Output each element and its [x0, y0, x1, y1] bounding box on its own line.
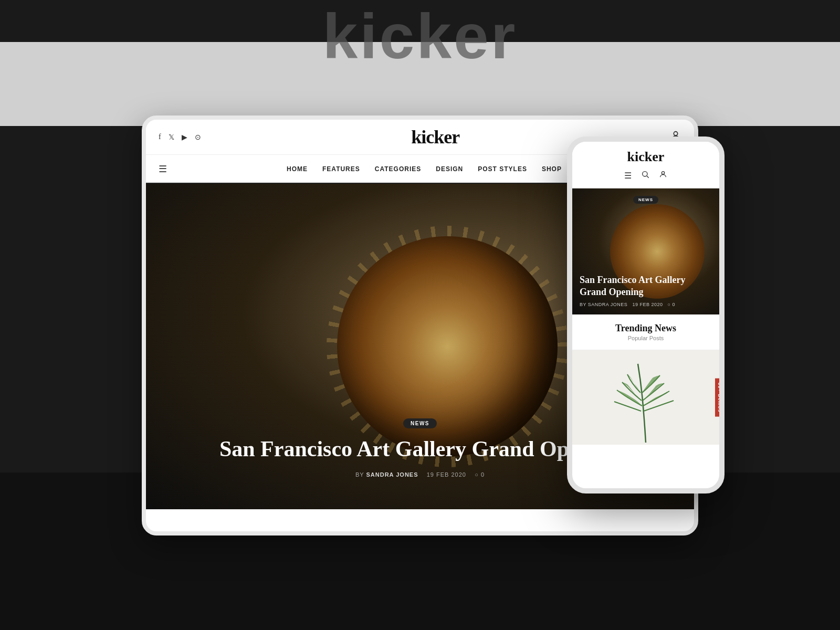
phone-search-icon[interactable] — [641, 170, 649, 181]
phone-hero-content: San Francisco Art Gallery Grand Opening … — [580, 274, 712, 307]
nav-home[interactable]: HOME — [287, 165, 308, 173]
site-logo[interactable]: kicker — [411, 126, 459, 148]
hero-badge[interactable]: NEWS — [403, 418, 437, 428]
youtube-icon[interactable]: ▶ — [182, 133, 187, 142]
trending-section: Trending News Popular Posts — [572, 314, 719, 350]
nav-features[interactable]: FEATURES — [322, 165, 360, 173]
background-title: kicker — [323, 0, 518, 72]
trending-subtitle: Popular Posts — [579, 335, 713, 341]
hero-date: 19 FEB 2020 — [427, 471, 466, 478]
phone-hamburger-icon[interactable]: ☰ — [624, 171, 632, 181]
hero-author[interactable]: SANDRA JONES — [366, 471, 418, 478]
comment-icon: ○ — [475, 471, 479, 478]
phone-mockup: kicker ☰ — [567, 136, 724, 494]
svg-point-3 — [643, 172, 647, 176]
nav-shop[interactable]: SHOP — [542, 165, 562, 173]
phone-hero-author[interactable]: SANDRA JONES — [588, 302, 628, 307]
demos-badge[interactable]: 60+ Demos — [715, 379, 719, 417]
nav-design[interactable]: DESIGN — [436, 165, 463, 173]
trending-title: Trending News — [579, 323, 713, 334]
comment-count: 0 — [481, 471, 485, 478]
nav-post-styles[interactable]: POST STYLES — [478, 165, 527, 173]
phone-user-icon[interactable] — [659, 170, 667, 181]
svg-point-0 — [674, 132, 677, 135]
phone-hero-date: 19 FEB 2020 — [632, 302, 663, 307]
nav-links: HOME FEATURES CATEGORIES DESIGN POST STY… — [287, 165, 562, 173]
phone-hero-title: San Francisco Art Gallery Grand Opening — [580, 274, 712, 298]
palm-leaf-svg — [612, 353, 680, 443]
phone-hero: NEWS San Francisco Art Gallery Grand Ope… — [572, 188, 719, 314]
phone-nav-icons: ☰ — [581, 170, 711, 184]
phone-hero-badge[interactable]: NEWS — [633, 196, 658, 204]
popular-post-image[interactable]: 60+ Demos — [572, 350, 719, 445]
svg-line-4 — [647, 176, 649, 178]
palm-leaf-container — [612, 353, 680, 445]
nav-categories[interactable]: CATEGORIES — [375, 165, 421, 173]
twitter-icon[interactable]: 𝕏 — [169, 133, 174, 142]
phone-comment-count: 0 — [672, 302, 675, 307]
devices-wrapper: f 𝕏 ▶ ⊙ kicker ☰ HOME FEATURES CATEGORIE… — [142, 116, 698, 536]
meta-by: BY — [355, 471, 364, 478]
instagram-icon[interactable]: ⊙ — [195, 133, 201, 142]
phone-comment-icon: ○ — [667, 302, 670, 307]
svg-point-5 — [662, 172, 664, 174]
phone-meta-by: BY — [580, 302, 586, 307]
hamburger-icon[interactable]: ☰ — [159, 163, 167, 175]
phone-logo[interactable]: kicker — [581, 149, 711, 165]
phone-header: kicker ☰ — [572, 142, 719, 188]
facebook-icon[interactable]: f — [159, 133, 161, 141]
phone-hero-meta: BY SANDRA JONES 19 FEB 2020 ○ 0 — [580, 302, 712, 307]
social-icons: f 𝕏 ▶ ⊙ — [159, 133, 201, 142]
